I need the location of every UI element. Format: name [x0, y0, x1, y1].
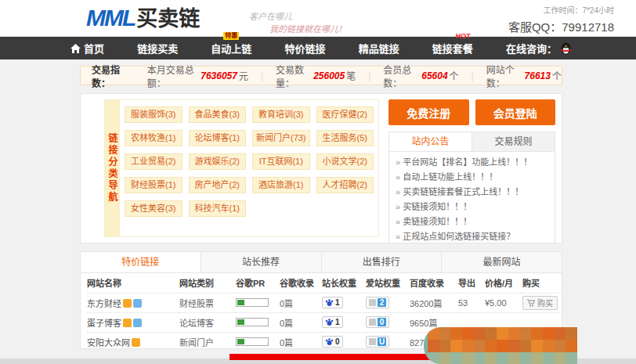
- site-category: 论坛博客: [179, 312, 236, 332]
- stat-label: 会员总数：: [383, 63, 420, 89]
- nav-item-special-links[interactable]: 特价链接: [284, 41, 325, 56]
- category-button[interactable]: 生活服务(5): [316, 130, 374, 146]
- google-included: 0篇: [280, 293, 322, 312]
- nav-item-premium-links[interactable]: 精品链接: [359, 41, 399, 56]
- nav-label: 在线咨询：: [506, 41, 557, 56]
- trade-index-label: 交易指数：: [92, 63, 133, 89]
- orange-cert-icon: [132, 338, 140, 347]
- stat-value: 256005: [313, 70, 345, 81]
- divider: |: [368, 70, 370, 81]
- login-button[interactable]: 会员登陆: [475, 99, 556, 125]
- nav-item-link-package[interactable]: HOT 链接套餐: [432, 41, 473, 56]
- logo-mml-text: MML: [86, 5, 135, 31]
- chinaz-weight-badge: 1: [322, 297, 343, 308]
- category-button[interactable]: 房产地产(2): [189, 177, 247, 193]
- redaction-mosaic: [424, 327, 577, 364]
- nav-item-online-consult[interactable]: 在线咨询：: [506, 41, 572, 56]
- category-button[interactable]: 女性美容(3): [125, 200, 182, 217]
- tab-sale-ranking[interactable]: 出售排行: [321, 252, 442, 272]
- category-button[interactable]: 论坛博客(1): [189, 130, 247, 146]
- logo[interactable]: MML 买卖链: [86, 5, 200, 31]
- hot-badge: HOT: [456, 32, 471, 40]
- category-button[interactable]: 科技汽车(1): [189, 200, 247, 217]
- category-button[interactable]: 食品美食(3): [189, 106, 247, 123]
- category-button[interactable]: 游戏娱乐(2): [189, 153, 247, 170]
- tab-site-notice[interactable]: 站内公告: [389, 132, 472, 151]
- col-chinaz-weight: 站长权重: [322, 273, 366, 293]
- site-category: 新闻门户: [179, 332, 236, 349]
- nav-label: 链接套餐: [432, 41, 473, 56]
- tab-newest-sites[interactable]: 最新网站: [441, 252, 562, 272]
- category-grid: 服装服饰(3)食品美食(3)教育培训(3)医疗保健(2)农林牧渔(1)论坛博客(…: [120, 100, 378, 236]
- stat-value: 76613: [525, 70, 551, 81]
- slogan-line2: 我的链接就在哪儿!: [269, 22, 341, 34]
- buy-button[interactable]: 购买: [522, 296, 558, 310]
- trade-index-bar: 交易指数： 本月交易总额： 7636057 元 | 交易数量： 256005 笔…: [80, 66, 562, 85]
- nav-label: 首页: [84, 41, 104, 56]
- stat-month-total: 本月交易总额： 7636057 元: [147, 63, 248, 89]
- category-button[interactable]: 医疗保健(2): [316, 106, 374, 123]
- site-category: 财经股票: [179, 293, 236, 312]
- announcement-item[interactable]: 买链接须知！！！: [396, 200, 548, 214]
- stat-unit: 个: [552, 69, 562, 82]
- category-button[interactable]: 服装服饰(3): [125, 106, 182, 123]
- nav-label: 链接买卖: [137, 41, 178, 56]
- stat-value: 65604: [421, 70, 447, 81]
- tab-webmaster-recommend[interactable]: 站长推荐: [201, 252, 321, 272]
- right-panel: 免费注册 会员登陆 站内公告 交易规则 平台网站【排名】功能上线！！！自动上链功…: [388, 99, 555, 237]
- col-google-included: 谷歌收录: [280, 273, 322, 293]
- divider: |: [261, 70, 263, 81]
- chinaz-weight-badge: 1: [322, 316, 343, 328]
- announcement-list: 平台网站【排名】功能上线！！！自动上链功能上线！！！买卖链链接套餐正式上线！！！…: [389, 152, 555, 247]
- announcement-item[interactable]: 买卖链链接套餐正式上线！！！: [396, 185, 548, 200]
- baidu-included: 36200篇: [410, 293, 458, 312]
- site-name-link[interactable]: 安阳大众网: [87, 338, 130, 348]
- table-header-row: 网站名称 网站类别 谷歌PR 谷歌收录 站长权重 爱站权重 百度收录 导出 价格…: [87, 273, 562, 293]
- nav-item-auto-link[interactable]: 特惠 自动上链: [211, 41, 251, 56]
- col-buy: 购买: [522, 273, 562, 293]
- site-name-link[interactable]: 蛋子博客: [87, 319, 121, 328]
- category-button[interactable]: 工业贸易(2): [125, 153, 182, 170]
- announcement-item[interactable]: 正规站点如何选链接买链接？: [396, 229, 548, 244]
- col-price: 价格/月: [485, 273, 522, 293]
- pr-bar: [236, 298, 269, 307]
- pr-bar: [236, 318, 269, 326]
- google-included: 0篇: [280, 312, 322, 332]
- announcement-item[interactable]: 卖链接须知！！！: [396, 214, 548, 229]
- aizhan-icon: [369, 319, 376, 326]
- blue-cert-icon: [133, 319, 142, 327]
- aizhan-weight-badge: U: [366, 336, 389, 348]
- tab-trade-rules[interactable]: 交易规则: [472, 132, 555, 151]
- aizhan-weight-badge: 2: [366, 297, 389, 308]
- col-baidu-included: 百度收录: [410, 273, 458, 293]
- promo-badge: 特惠: [223, 32, 239, 40]
- chinaz-weight-badge: 0: [322, 336, 343, 348]
- site-name-link[interactable]: 东方财经: [87, 299, 121, 308]
- work-time-label: 工作时间：7*24小时: [508, 4, 614, 16]
- nav-item-link-trade[interactable]: 链接买卖: [137, 41, 178, 56]
- category-button[interactable]: 农林牧渔(1): [125, 130, 182, 146]
- category-button[interactable]: 新闻门户(73): [252, 130, 310, 146]
- stat-unit: 个: [450, 69, 459, 82]
- tab-special-links[interactable]: 特价链接: [81, 252, 201, 272]
- category-button[interactable]: 人才招聘(2): [316, 177, 374, 193]
- category-button[interactable]: 财经股票(1): [125, 177, 182, 193]
- announcement-item[interactable]: 平台网站【排名】功能上线！！！: [396, 155, 548, 170]
- category-button[interactable]: 小说文学(2): [316, 153, 374, 170]
- divider: |: [472, 70, 474, 81]
- main-section: 链接分类导航 服装服饰(3)食品美食(3)教育培训(3)医疗保健(2)农林牧渔(…: [80, 93, 562, 243]
- paw-icon: [325, 318, 334, 326]
- stat-label: 交易数量：: [276, 63, 312, 89]
- category-button[interactable]: IT互联网(1): [252, 153, 310, 170]
- nav-item-home[interactable]: 首页: [70, 41, 104, 56]
- col-site-category: 网站类别: [179, 273, 236, 293]
- nav-label: 自动上链: [211, 41, 251, 56]
- category-button[interactable]: 酒店旅游(1): [252, 177, 310, 193]
- stat-site-count: 网站个数： 76613 个: [486, 63, 562, 89]
- register-button[interactable]: 免费注册: [388, 99, 469, 125]
- qq-penguin-icon: [560, 41, 572, 55]
- category-button[interactable]: 教育培训(3): [252, 106, 310, 123]
- announcement-item[interactable]: 自动上链功能上线！！！: [396, 170, 548, 185]
- top-header: MML 买卖链 客户在哪儿 我的链接就在哪儿! 工作时间：7*24小时 客服QQ…: [0, 0, 636, 37]
- buy-label: 购买: [537, 297, 553, 308]
